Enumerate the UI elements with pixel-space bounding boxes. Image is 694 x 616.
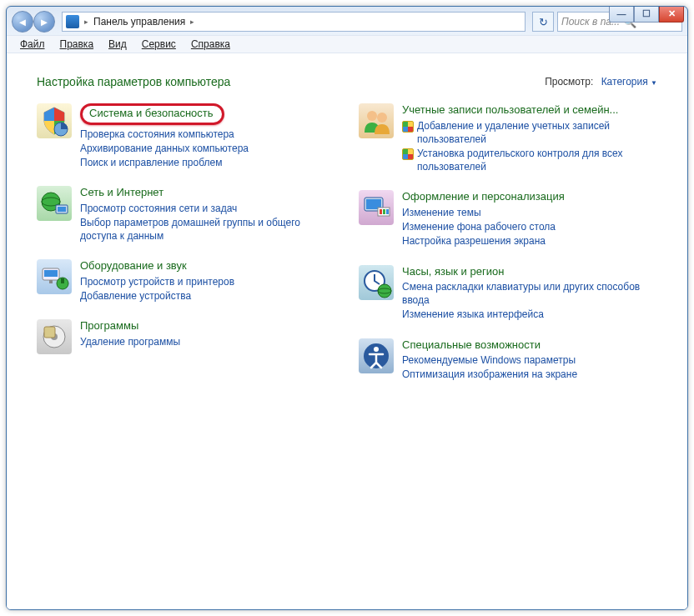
task-link[interactable]: Оптимизация изображения на экране bbox=[402, 368, 577, 381]
task-link[interactable]: Смена раскладки клавиатуры или других сп… bbox=[402, 280, 657, 307]
menu-help[interactable]: Справка bbox=[184, 37, 237, 52]
menu-file[interactable]: Файл bbox=[13, 37, 52, 52]
net-icon bbox=[37, 186, 72, 221]
category-access: Специальные возможностиРекомендуемые Win… bbox=[359, 338, 657, 382]
task-link[interactable]: Рекомендуемые Windows параметры bbox=[402, 353, 576, 367]
pers-icon bbox=[359, 190, 394, 225]
category-title[interactable]: Система и безопасность bbox=[80, 103, 335, 125]
minimize-button[interactable]: — bbox=[609, 6, 634, 23]
window-frame: — ☐ ✕ ◄ ► ▸ Панель управления ▸ ↻ Поиск … bbox=[6, 6, 688, 610]
category-column-right: Учетные записи пользователей и семейн...… bbox=[359, 103, 657, 382]
svg-rect-19 bbox=[383, 209, 385, 214]
system-icon bbox=[37, 103, 72, 138]
task-link[interactable]: Изменение языка интерфейса bbox=[402, 308, 544, 321]
category-title[interactable]: Оборудование и звук bbox=[80, 259, 335, 273]
category-prog: ПрограммыУдаление программы bbox=[37, 319, 335, 354]
svg-point-22 bbox=[378, 284, 391, 298]
uac-shield-icon bbox=[402, 148, 414, 160]
category-title[interactable]: Часы, язык и регион bbox=[402, 265, 657, 278]
prog-icon bbox=[37, 319, 72, 354]
category-net: Сеть и ИнтернетПросмотр состояния сети и… bbox=[37, 186, 335, 243]
breadcrumb-sep: ▸ bbox=[190, 18, 194, 26]
uac-shield-icon bbox=[402, 121, 414, 133]
svg-rect-18 bbox=[380, 209, 382, 214]
task-link[interactable]: Проверка состояния компьютера bbox=[80, 128, 234, 141]
content-area: Настройка параметров компьютера Просмотр… bbox=[7, 53, 687, 609]
access-icon bbox=[359, 338, 394, 373]
category-pers: Оформление и персонализацияИзменение тем… bbox=[359, 190, 657, 248]
svg-rect-9 bbox=[61, 278, 64, 283]
menu-view[interactable]: Вид bbox=[102, 37, 133, 52]
menu-bar: Файл Правка Вид Сервис Справка bbox=[7, 35, 687, 53]
svg-point-25 bbox=[374, 347, 379, 352]
category-user: Учетные записи пользователей и семейн...… bbox=[359, 103, 657, 173]
task-link[interactable]: Просмотр состояния сети и задач bbox=[80, 202, 237, 215]
svg-rect-4 bbox=[58, 207, 66, 212]
close-button[interactable]: ✕ bbox=[659, 6, 684, 23]
svg-rect-20 bbox=[386, 209, 389, 214]
task-link[interactable]: Добавление устройства bbox=[80, 289, 191, 303]
task-link[interactable]: Поиск и исправление проблем bbox=[80, 156, 222, 169]
caption-buttons: — ☐ ✕ bbox=[609, 6, 684, 23]
category-title[interactable]: Программы bbox=[80, 319, 335, 333]
task-link[interactable]: Выбор параметров домашней группы и общег… bbox=[80, 216, 335, 243]
nav-back-button[interactable]: ◄ bbox=[12, 11, 33, 33]
task-link[interactable]: Настройка разрешения экрана bbox=[402, 234, 546, 248]
chevron-down-icon: ▼ bbox=[651, 79, 657, 87]
address-bar[interactable]: ▸ Панель управления ▸ bbox=[62, 12, 526, 32]
category-title[interactable]: Оформление и персонализация bbox=[402, 190, 657, 203]
category-hw: Оборудование и звукПросмотр устройств и … bbox=[37, 259, 335, 303]
maximize-button[interactable]: ☐ bbox=[634, 6, 659, 23]
breadcrumb-sep: ▸ bbox=[84, 18, 88, 26]
view-mode-dropdown[interactable]: Категория ▼ bbox=[601, 76, 657, 88]
task-link[interactable]: Удаление программы bbox=[80, 335, 180, 348]
nav-bar: ◄ ► ▸ Панель управления ▸ ↻ Поиск в па..… bbox=[7, 7, 687, 35]
view-label: Просмотр: bbox=[545, 76, 593, 88]
control-panel-icon bbox=[66, 15, 79, 28]
breadcrumb-root[interactable]: Панель управления bbox=[93, 16, 185, 28]
highlight-ring: Система и безопасность bbox=[80, 103, 224, 125]
svg-rect-6 bbox=[44, 270, 58, 277]
task-link[interactable]: Добавление и удаление учетных записей по… bbox=[417, 119, 657, 146]
task-link[interactable]: Архивирование данных компьютера bbox=[80, 142, 249, 155]
svg-rect-12 bbox=[44, 327, 55, 338]
clock-icon bbox=[359, 265, 394, 300]
hw-icon bbox=[37, 259, 72, 294]
svg-point-13 bbox=[367, 111, 377, 121]
task-link[interactable]: Просмотр устройств и принтеров bbox=[80, 275, 234, 288]
category-title[interactable]: Учетные записи пользователей и семейн... bbox=[402, 103, 657, 117]
user-icon bbox=[359, 103, 394, 138]
nav-forward-button[interactable]: ► bbox=[33, 11, 55, 33]
category-title[interactable]: Сеть и Интернет bbox=[80, 186, 335, 199]
page-title: Настройка параметров компьютера bbox=[37, 75, 230, 88]
view-selector: Просмотр: Категория ▼ bbox=[545, 76, 657, 88]
task-link[interactable]: Изменение фона рабочего стола bbox=[402, 220, 556, 233]
svg-rect-7 bbox=[49, 280, 53, 283]
menu-edit[interactable]: Правка bbox=[53, 37, 101, 52]
category-clock: Часы, язык и регионСмена раскладки клави… bbox=[359, 265, 657, 322]
category-column-left: Система и безопасностьПроверка состояния… bbox=[37, 103, 335, 382]
task-link[interactable]: Изменение темы bbox=[402, 206, 481, 219]
task-link[interactable]: Установка родительского контроля для все… bbox=[417, 147, 657, 173]
category-system: Система и безопасностьПроверка состояния… bbox=[37, 103, 335, 169]
category-title[interactable]: Специальные возможности bbox=[402, 338, 657, 352]
refresh-button[interactable]: ↻ bbox=[532, 12, 554, 32]
menu-service[interactable]: Сервис bbox=[135, 37, 183, 52]
svg-point-14 bbox=[377, 113, 387, 123]
